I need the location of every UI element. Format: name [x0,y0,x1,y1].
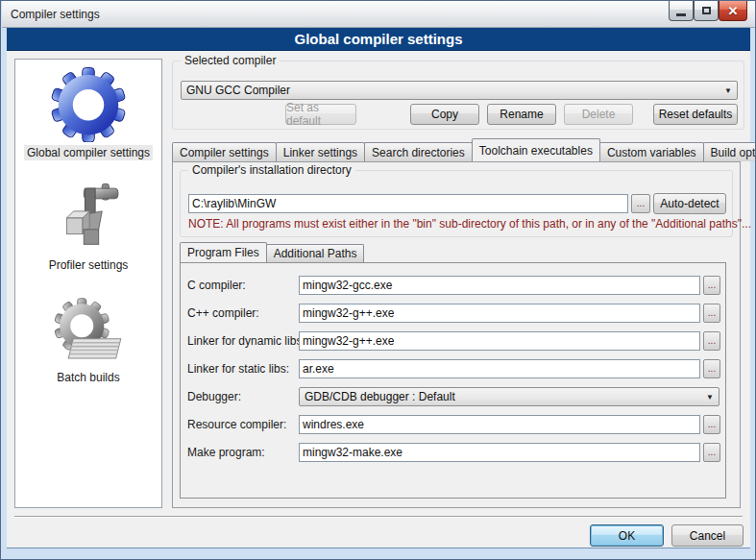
tab-custom-variables[interactable]: Custom variables [599,142,704,161]
sidebar-item-batch-builds[interactable]: Batch builds [54,298,123,385]
cpp-compiler-input[interactable] [299,304,700,323]
linker-static-browse-button[interactable]: ... [703,359,720,378]
browse-directory-button[interactable]: ... [631,194,650,213]
c-compiler-browse-button[interactable]: ... [703,276,720,295]
compiler-select-value: GNU GCC Compiler [182,84,719,97]
field-row-linker-static: Linker for static libs: ... [187,359,721,380]
make-program-input[interactable] [299,443,700,462]
cancel-button[interactable]: Cancel [671,524,744,547]
rename-button[interactable]: Rename [487,104,556,125]
maximize-icon [702,7,711,14]
close-icon: ✕ [728,5,739,17]
bin-subdirectory-note: NOTE: All programs must exist either in … [188,217,751,231]
tab-program-files[interactable]: Program Files [180,242,267,262]
compiler-select[interactable]: GNU GCC Compiler ▼ [181,81,738,100]
sidebar-item-global-compiler-settings[interactable]: Global compiler settings [24,65,153,160]
linker-static-input[interactable] [299,359,700,378]
cpp-compiler-label: C++ compiler: [187,304,259,323]
tab-linker-settings[interactable]: Linker settings [276,142,365,161]
page-title: Global compiler settings [294,31,462,47]
sidebar-item-profiler-settings[interactable]: Profiler settings [46,182,132,273]
set-as-default-button: Set as default [285,104,356,125]
field-row-c-compiler: C compiler: ... [187,276,721,297]
linker-dynamic-browse-button[interactable]: ... [703,331,720,351]
field-row-linker-dynamic: Linker for dynamic libs: ... [187,331,721,353]
settings-sidebar: Global compiler settings Profiler settin… [14,59,162,508]
profiler-caliper-icon [52,182,125,255]
tab-build-options[interactable]: Build options [703,142,756,161]
cpp-compiler-browse-button[interactable]: ... [703,304,720,323]
debugger-select-value: GDB/CDB debugger : Default [300,390,701,403]
selected-compiler-group: Selected compiler GNU GCC Compiler ▼ Set… [172,61,744,130]
window-title: Compiler settings [11,1,100,28]
blue-gear-icon [50,65,127,142]
chevron-down-icon: ▼ [719,86,737,95]
resource-compiler-label: Resource compiler: [187,415,286,434]
auto-detect-button[interactable]: Auto-detect [653,193,726,214]
close-button[interactable]: ✕ [719,1,747,21]
footer-divider [14,516,743,518]
minimize-button[interactable] [669,1,694,21]
c-compiler-label: C compiler: [187,276,246,295]
tab-additional-paths[interactable]: Additional Paths [266,244,365,262]
linker-dynamic-label: Linker for dynamic libs: [187,331,305,351]
debugger-label: Debugger: [187,387,241,406]
resource-compiler-input[interactable] [299,415,700,434]
program-tabstrip: Program Files Additional Paths [180,242,363,262]
selected-compiler-group-label: Selected compiler [181,54,280,67]
compiler-settings-dialog: Compiler settings ✕ Global compiler sett… [0,0,756,560]
linker-static-label: Linker for static libs: [187,359,289,378]
debugger-select[interactable]: GDB/CDB debugger : Default ▼ [299,387,719,406]
sidebar-item-label: Global compiler settings [24,145,153,160]
installation-directory-group: Compiler's installation directory ... Au… [180,170,733,237]
title-bar[interactable] [2,1,756,28]
chevron-down-icon: ▼ [701,393,719,402]
field-row-debugger: Debugger: GDB/CDB debugger : Default ▼ [187,387,721,408]
field-row-make-program: Make program: ... [187,443,721,464]
make-program-label: Make program: [187,443,265,462]
tab-compiler-settings[interactable]: Compiler settings [172,142,277,161]
tab-search-directories[interactable]: Search directories [364,142,473,161]
ok-button[interactable]: OK [590,524,664,547]
installation-directory-input[interactable] [188,194,628,213]
sidebar-item-label: Batch builds [54,370,122,385]
field-row-resource-compiler: Resource compiler: ... [187,415,721,436]
maximize-button[interactable] [694,1,719,21]
dialog-header: Global compiler settings [7,28,750,51]
tab-toolchain-executables[interactable]: Toolchain executables [472,138,600,161]
installation-directory-group-label: Compiler's installation directory [188,163,355,177]
c-compiler-input[interactable] [299,276,700,295]
batch-builds-icon [54,298,123,367]
make-program-browse-button[interactable]: ... [703,443,720,462]
settings-tabstrip: Compiler settings Linker settings Search… [172,138,741,161]
sidebar-item-label: Profiler settings [46,257,132,273]
field-row-cpp-compiler: C++ compiler: ... [187,304,721,325]
resource-compiler-browse-button[interactable]: ... [703,415,720,434]
minimize-icon [676,13,686,16]
copy-button[interactable]: Copy [410,104,479,125]
delete-button: Delete [564,104,633,125]
linker-dynamic-input[interactable] [299,331,700,351]
reset-defaults-button[interactable]: Reset defaults [653,104,738,125]
